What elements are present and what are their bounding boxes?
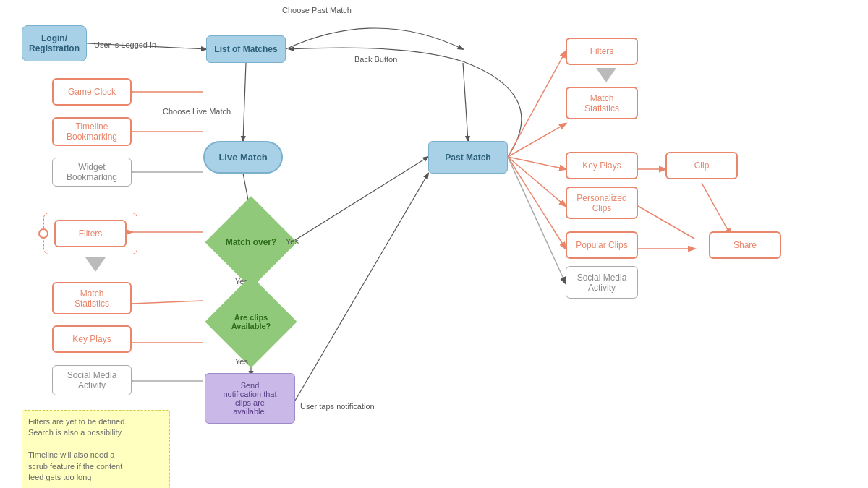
past-match-node: Past Match (428, 141, 508, 174)
login-label: Login/Registration (29, 33, 80, 53)
send-notification-node: Sendnotification thatclips areavailable. (205, 373, 295, 424)
social-right-label: Social MediaActivity (577, 273, 627, 293)
svg-line-11 (508, 157, 566, 206)
svg-line-2 (463, 63, 468, 141)
popular-clips-node: Popular Clips (566, 231, 638, 259)
clips-available-label: Are clipsAvailable? (222, 313, 280, 330)
svg-line-22 (132, 301, 203, 304)
choose-past-match-label: Choose Past Match (282, 6, 352, 14)
svg-line-9 (508, 124, 566, 157)
yes-clips-label: Yes (235, 357, 248, 366)
svg-line-13 (508, 157, 566, 283)
user-logged-in-label: User is Logged In (94, 40, 156, 49)
match-stats-right-label: MatchStatistics (584, 93, 619, 114)
down-arrow-left (85, 257, 106, 272)
svg-line-7 (295, 174, 428, 401)
past-match-label: Past Match (445, 153, 490, 163)
timeline-label: TimelineBookmarking (67, 121, 117, 142)
clip-label: Clip (694, 160, 710, 171)
send-notification-label: Sendnotification thatclips areavailable. (224, 381, 277, 416)
live-match-node: Live Match (203, 141, 283, 174)
yes-match-over-label: Yes (286, 237, 299, 246)
share-node: Share (709, 231, 781, 259)
personalized-clips-label: PersonalizedClips (576, 193, 626, 213)
list-matches-label: List of Matches (214, 44, 277, 54)
key-plays-right-label: Key Plays (582, 160, 621, 171)
widget-label: WidgetBookmarking (67, 162, 117, 182)
down-arrow-right (596, 68, 616, 82)
filters-left-node: Filters (54, 220, 127, 247)
match-stats-left-label: MatchStatistics (75, 288, 109, 309)
back-button-label: Back Button (354, 55, 397, 64)
popular-clips-label: Popular Clips (576, 240, 627, 250)
clips-available-diamond: Are clipsAvailable? (205, 275, 297, 367)
svg-line-1 (243, 63, 246, 141)
filters-right-node: Filters (566, 38, 638, 65)
social-right-node: Social MediaActivity (566, 266, 638, 299)
login-node: Login/Registration (22, 25, 87, 61)
game-clock-node: Game Clock (52, 78, 132, 106)
match-stats-right-node: MatchStatistics (566, 87, 638, 119)
note-yellow: Filters are yet to be defined.Search is … (22, 410, 170, 488)
choose-live-match-label: Choose Live Match (163, 107, 231, 116)
svg-line-10 (508, 157, 566, 169)
social-left-label: Social MediaActivity (67, 370, 117, 390)
list-of-matches-node: List of Matches (206, 35, 286, 63)
svg-line-17 (702, 183, 731, 235)
widget-bookmarking-node: WidgetBookmarking (52, 158, 132, 187)
filters-left-container: Filters (43, 213, 137, 254)
svg-line-8 (508, 51, 566, 157)
key-plays-right-node: Key Plays (566, 152, 638, 179)
note-text: Filters are yet to be defined.Search is … (28, 417, 127, 481)
match-over-diamond: Match over? (205, 196, 297, 288)
match-over-label: Match over? (222, 237, 280, 247)
filters-right-label: Filters (590, 46, 614, 56)
svg-line-15 (638, 206, 694, 239)
clip-node: Clip (665, 152, 738, 179)
match-stats-left-node: MatchStatistics (52, 282, 132, 314)
diagram: Login/Registration User is Logged In Lis… (0, 0, 868, 488)
game-clock-label: Game Clock (68, 87, 116, 97)
key-plays-left-label: Key Plays (72, 334, 111, 344)
filters-left-label: Filters (79, 228, 103, 239)
svg-line-4 (284, 157, 428, 247)
timeline-bookmarking-node: TimelineBookmarking (52, 117, 132, 146)
filter-circle-icon (38, 228, 48, 239)
user-taps-notif-label: User taps notification (300, 402, 375, 411)
social-left-node: Social MediaActivity (52, 365, 132, 395)
key-plays-left-node: Key Plays (52, 325, 132, 353)
svg-line-12 (508, 157, 566, 249)
live-match-label: Live Match (218, 152, 267, 163)
share-label: Share (733, 240, 757, 250)
personalized-clips-node: PersonalizedClips (566, 187, 638, 219)
